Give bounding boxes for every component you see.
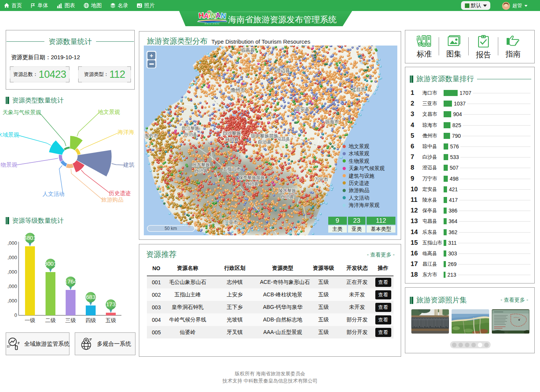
svg-text:乐东黎族: 乐东黎族 bbox=[192, 162, 210, 167]
svg-text:白沙黎族: 白沙黎族 bbox=[223, 131, 241, 136]
svg-text:文昌市: 文昌市 bbox=[352, 87, 365, 92]
svg-text:临高县: 临高县 bbox=[241, 47, 255, 53]
svg-text:天象与气候景观: 天象与气候景观 bbox=[349, 165, 385, 171]
svg-text:建筑与设施: 建筑与设施 bbox=[348, 173, 375, 179]
svg-text:海洋海岸景观: 海洋海岸景观 bbox=[118, 129, 135, 135]
svg-text:,000: ,000 bbox=[8, 255, 17, 260]
svg-text:3001: 3001 bbox=[44, 260, 57, 267]
svg-text:,000: ,000 bbox=[8, 283, 17, 289]
svg-text:屯昌县: 屯昌县 bbox=[277, 137, 290, 141]
svg-text:澄迈县: 澄迈县 bbox=[276, 68, 290, 73]
svg-text:水域景观: 水域景观 bbox=[348, 151, 370, 156]
svg-text:三级: 三级 bbox=[65, 317, 76, 323]
svg-text:三亚市: 三亚市 bbox=[224, 220, 238, 225]
svg-text:,000: ,000 bbox=[8, 240, 17, 246]
svg-text:琼海市: 琼海市 bbox=[325, 119, 339, 124]
svg-text:亚类: 亚类 bbox=[352, 226, 362, 232]
svg-text:昌江黎族: 昌江黎族 bbox=[182, 126, 200, 131]
svg-text:自治县: 自治县 bbox=[225, 137, 239, 142]
svg-text:建筑与设施: 建筑与设施 bbox=[123, 162, 135, 168]
svg-text:人文活动: 人文活动 bbox=[43, 191, 65, 197]
svg-text:水域景观: 水域景观 bbox=[0, 132, 19, 138]
svg-text:683: 683 bbox=[86, 294, 95, 300]
svg-text:自治县: 自治县 bbox=[195, 168, 208, 173]
svg-text:地文景观: 地文景观 bbox=[98, 109, 120, 115]
svg-text:All the sun, all the fun: All the sun, all the fun bbox=[204, 23, 219, 25]
svg-text:四级: 四级 bbox=[85, 317, 96, 323]
svg-text:+: + bbox=[150, 52, 153, 59]
svg-text:万宁市: 万宁市 bbox=[315, 177, 328, 182]
svg-text:天象与气候景观: 天象与气候景观 bbox=[3, 109, 41, 115]
svg-text:自治县: 自治县 bbox=[258, 139, 271, 145]
svg-text:一级: 一级 bbox=[25, 317, 35, 323]
svg-text:琼中黎族苗族: 琼中黎族苗族 bbox=[251, 133, 278, 139]
svg-text:五指山市: 五指山市 bbox=[223, 167, 241, 172]
svg-text:生物景观: 生物景观 bbox=[348, 158, 370, 164]
svg-text:,000: ,000 bbox=[8, 269, 17, 275]
svg-text:50 km: 50 km bbox=[165, 226, 177, 231]
svg-text:173: 173 bbox=[106, 301, 115, 307]
svg-text:基本类型: 基本类型 bbox=[371, 226, 391, 232]
svg-text:地文景观: 地文景观 bbox=[348, 143, 370, 149]
svg-text:五级: 五级 bbox=[105, 317, 116, 323]
svg-text:自治县: 自治县 bbox=[246, 181, 259, 186]
svg-text:儋州市: 儋州市 bbox=[230, 87, 245, 93]
svg-text:旅游购品: 旅游购品 bbox=[349, 187, 369, 193]
svg-text:0: 0 bbox=[14, 312, 17, 318]
svg-text:人文活动: 人文活动 bbox=[349, 195, 369, 201]
svg-text:二级: 二级 bbox=[45, 317, 56, 323]
svg-text:,000: ,000 bbox=[8, 298, 17, 304]
svg-text:陵水黎族: 陵水黎族 bbox=[279, 188, 296, 193]
svg-text:东方市: 东方市 bbox=[145, 133, 158, 139]
svg-text:自治县: 自治县 bbox=[184, 132, 197, 137]
svg-text:23: 23 bbox=[353, 217, 361, 224]
svg-text:保亭黎族苗族: 保亭黎族苗族 bbox=[239, 175, 265, 180]
svg-text:自治县: 自治县 bbox=[281, 194, 294, 199]
svg-text:1764: 1764 bbox=[64, 278, 77, 285]
svg-text:9: 9 bbox=[335, 217, 339, 224]
svg-text:历史遗迹: 历史遗迹 bbox=[349, 180, 369, 186]
svg-text:海洋海岸景观: 海洋海岸景观 bbox=[349, 202, 380, 208]
svg-text:旅游购品: 旅游购品 bbox=[101, 197, 123, 203]
svg-text:历史遗迹: 历史遗迹 bbox=[109, 190, 131, 196]
svg-text:生物景观: 生物景观 bbox=[0, 162, 17, 168]
svg-text:N: N bbox=[220, 11, 227, 20]
svg-text:定安县: 定安县 bbox=[296, 107, 309, 112]
svg-text:4801: 4801 bbox=[24, 235, 36, 241]
svg-text:主类: 主类 bbox=[332, 226, 343, 232]
svg-text:112: 112 bbox=[376, 217, 386, 224]
